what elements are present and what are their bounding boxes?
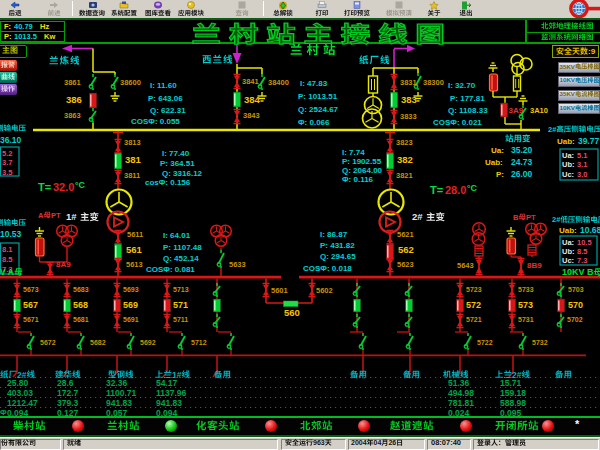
- svg-text:28.6: 28.6: [57, 378, 74, 388]
- svg-text:28.0: 28.0: [445, 184, 466, 196]
- svg-text:Uc:: Uc:: [562, 256, 574, 265]
- svg-text:T=: T=: [430, 184, 443, 196]
- svg-text:386: 386: [66, 94, 82, 105]
- svg-text:36.10: 36.10: [0, 135, 22, 145]
- svg-text:0.057: 0.057: [106, 408, 128, 418]
- svg-text:°C: °C: [75, 180, 86, 190]
- svg-text:PT: PT: [51, 211, 61, 220]
- svg-text:Ua:: Ua:: [562, 151, 574, 160]
- svg-text:I: 77.40: I: 77.40: [162, 149, 190, 158]
- svg-text:8B9: 8B9: [527, 261, 542, 270]
- svg-text:562: 562: [398, 244, 414, 255]
- svg-text:5722: 5722: [477, 339, 493, 346]
- svg-text:04: 04: [374, 439, 382, 446]
- svg-text:Ub:: Ub:: [562, 247, 575, 256]
- svg-text:V A: V A: [0, 267, 14, 277]
- svg-text:P: 643.06: P: 643.06: [148, 94, 183, 103]
- svg-text:P: 364.51: P: 364.51: [160, 159, 195, 168]
- svg-text:5672: 5672: [40, 339, 56, 346]
- svg-text:3813: 3813: [124, 138, 141, 147]
- svg-text:38600: 38600: [120, 78, 141, 87]
- svg-text:3.5: 3.5: [2, 168, 12, 177]
- svg-text:3863: 3863: [64, 111, 81, 120]
- svg-text:Ub:: Ub:: [562, 160, 575, 169]
- svg-text:3821: 3821: [396, 171, 413, 180]
- svg-text:5613: 5613: [126, 260, 143, 269]
- svg-text:COSΦ: 0.021: COSΦ: 0.021: [433, 118, 482, 127]
- svg-text:5633: 5633: [229, 260, 246, 269]
- svg-text:Uab:: Uab:: [485, 158, 503, 167]
- svg-text:35KV: 35KV: [560, 63, 576, 70]
- svg-text:3811: 3811: [124, 171, 140, 180]
- svg-text:963: 963: [313, 439, 325, 446]
- svg-text:COSΦ: 0.018: COSΦ: 0.018: [303, 264, 352, 273]
- svg-text:3861: 3861: [64, 78, 81, 87]
- svg-text:1013.5: 1013.5: [14, 32, 37, 41]
- svg-text:5703: 5703: [568, 286, 584, 293]
- svg-text:588.98: 588.98: [500, 398, 526, 408]
- svg-text:3841: 3841: [242, 77, 259, 86]
- svg-text:35KV: 35KV: [560, 90, 576, 97]
- svg-text:159.18: 159.18: [500, 388, 526, 398]
- svg-text:24.73: 24.73: [511, 157, 533, 167]
- svg-text:5671: 5671: [23, 316, 39, 323]
- svg-text:3833: 3833: [400, 112, 417, 121]
- svg-text:5.1: 5.1: [577, 151, 587, 160]
- svg-text:0.094: 0.094: [156, 408, 178, 418]
- svg-text:°C: °C: [467, 183, 478, 193]
- svg-text:I: 11.60: I: 11.60: [150, 81, 177, 90]
- svg-text:1100.71: 1100.71: [106, 388, 137, 398]
- svg-text:1#: 1#: [66, 211, 77, 222]
- svg-text:5683: 5683: [73, 286, 89, 293]
- svg-text:5673: 5673: [23, 286, 39, 293]
- svg-text:I: 32.70: I: 32.70: [448, 81, 476, 90]
- svg-text:5623: 5623: [397, 260, 414, 269]
- svg-text:570: 570: [568, 300, 583, 310]
- svg-text:Q: 294.65: Q: 294.65: [320, 252, 356, 261]
- svg-text:403.03: 403.03: [7, 388, 33, 398]
- svg-text:51.36: 51.36: [448, 378, 470, 388]
- svg-text:572: 572: [466, 300, 481, 310]
- svg-text:I: 47.83: I: 47.83: [300, 79, 328, 88]
- svg-text:571: 571: [173, 300, 188, 310]
- svg-text:15.71: 15.71: [500, 378, 522, 388]
- svg-text:5601: 5601: [271, 286, 288, 295]
- svg-text:5721: 5721: [466, 316, 482, 323]
- svg-text:384: 384: [244, 94, 261, 105]
- svg-text:5733: 5733: [518, 286, 534, 293]
- svg-text:5602: 5602: [316, 286, 333, 295]
- svg-text:P: 177.81: P: 177.81: [450, 94, 485, 103]
- svg-text:T=: T=: [38, 181, 51, 193]
- svg-text:P: 431.82: P: 431.82: [320, 241, 355, 250]
- svg-text:F:: F:: [4, 22, 11, 31]
- svg-text:2#: 2#: [552, 215, 561, 224]
- svg-text:0.127: 0.127: [57, 408, 79, 418]
- svg-text:569: 569: [123, 300, 138, 310]
- svg-text:26.00: 26.00: [511, 169, 533, 179]
- svg-text:10.53: 10.53: [0, 229, 22, 239]
- svg-text:379.3: 379.3: [57, 398, 79, 408]
- svg-text:10KV B: 10KV B: [562, 267, 594, 277]
- svg-text:Φ: 0.066: Φ: 0.066: [298, 118, 330, 127]
- svg-text:10.68: 10.68: [580, 225, 600, 235]
- svg-text:5723: 5723: [466, 286, 482, 293]
- svg-text:573: 573: [518, 300, 533, 310]
- svg-text:7.3: 7.3: [577, 256, 587, 265]
- svg-text:cosΦ: 0.156: cosΦ: 0.156: [145, 178, 191, 187]
- svg-text:382: 382: [397, 154, 413, 165]
- svg-text:5693: 5693: [123, 286, 139, 293]
- svg-text:1212.47: 1212.47: [7, 398, 38, 408]
- svg-text:Φ: 0.116: Φ: 0.116: [342, 175, 374, 184]
- svg-text:B: B: [513, 213, 519, 222]
- svg-text:383: 383: [401, 94, 417, 105]
- svg-text:5711: 5711: [173, 316, 188, 323]
- svg-text:38300: 38300: [423, 78, 444, 87]
- svg-text:5682: 5682: [90, 339, 106, 346]
- svg-text:35.20: 35.20: [511, 145, 533, 155]
- svg-text:Q: 2064.00: Q: 2064.00: [342, 166, 383, 175]
- svg-text:494.98: 494.98: [448, 388, 474, 398]
- svg-text:561: 561: [126, 244, 143, 255]
- svg-text:5611: 5611: [127, 230, 143, 239]
- svg-text:I: 64.01: I: 64.01: [163, 231, 191, 240]
- svg-text:381: 381: [125, 154, 142, 165]
